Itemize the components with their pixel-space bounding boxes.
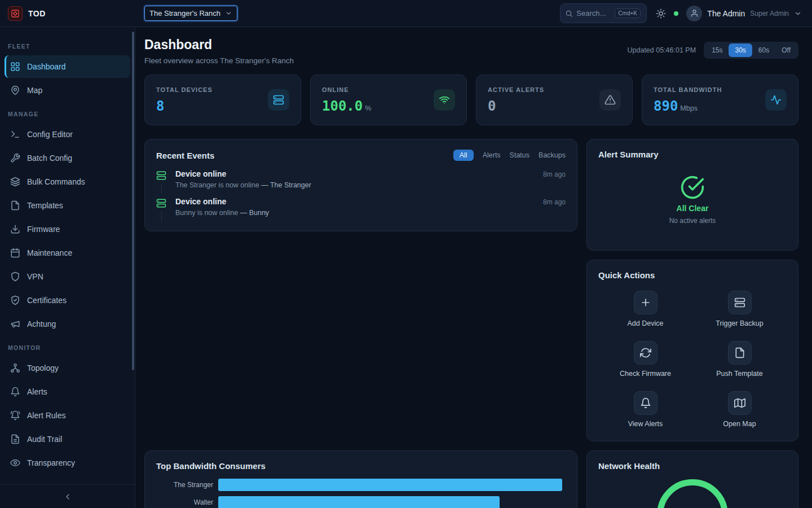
add-device-button[interactable]: Add Device <box>598 291 692 327</box>
bandwidth-bar <box>218 479 562 491</box>
bell-icon <box>640 397 651 409</box>
bandwidth-bar <box>218 496 500 508</box>
sidebar-item-templates[interactable]: Templates <box>5 194 130 217</box>
avatar <box>686 6 702 21</box>
search-icon <box>565 10 573 17</box>
event-message: Bunny is now online <box>175 209 238 217</box>
search-shortcut-badge: Cmd+K <box>615 8 641 18</box>
bandwidth-bar-chart: The Stranger Walter <box>156 479 566 508</box>
open-map-button[interactable]: Open Map <box>692 391 787 428</box>
alert-triangle-icon <box>599 89 621 111</box>
activity-icon <box>765 89 787 111</box>
sidebar-item-label: Certificates <box>27 296 67 305</box>
quick-actions-card: Quick Actions Add Device Trigger Backup … <box>586 260 798 441</box>
trigger-backup-button[interactable]: Trigger Backup <box>692 291 787 327</box>
stat-unit: Mbps <box>680 104 698 112</box>
recent-events-title: Recent Events <box>156 151 214 160</box>
sidebar-item-vpn[interactable]: VPN <box>5 265 130 288</box>
event-time: 8m ago <box>543 198 566 206</box>
check-circle-icon <box>680 175 705 200</box>
bandwidth-device-label: Walter <box>156 498 218 506</box>
stat-card-online: ONLINE 100.0 % <box>310 75 467 125</box>
quick-action-label: Add Device <box>628 319 664 327</box>
stat-label: TOTAL DEVICES <box>156 86 213 93</box>
sidebar-item-maintenance[interactable]: Maintenance <box>5 242 130 264</box>
server-icon <box>156 170 166 181</box>
sidebar-item-audit-trail[interactable]: Audit Trail <box>5 428 130 450</box>
check-firmware-button[interactable]: Check Firmware <box>598 341 692 378</box>
sidebar-item-map[interactable]: Map <box>5 79 130 102</box>
user-menu[interactable]: The Admin Super Admin <box>686 6 802 21</box>
stat-value: 890 <box>654 98 678 114</box>
sidebar-item-label: Dashboard <box>27 62 66 71</box>
sidebar-item-alert-rules[interactable]: Alert Rules <box>5 404 130 427</box>
sidebar-item-config-editor[interactable]: Config Editor <box>5 123 130 146</box>
event-message: The Stranger is now online <box>175 181 259 189</box>
filter-backups[interactable]: Backups <box>539 151 566 159</box>
sidebar-item-achtung[interactable]: Achtung <box>5 313 130 335</box>
bandwidth-device-label: The Stranger <box>156 481 218 489</box>
bandwidth-chart-title: Top Bandwidth Consumers <box>156 461 266 471</box>
megaphone-icon <box>10 319 20 329</box>
user-name: The Admin <box>707 9 745 18</box>
sidebar-item-label: Transparency <box>27 458 75 467</box>
chevron-down-icon <box>794 10 802 17</box>
timeline-connector <box>161 184 162 194</box>
sidebar-item-firmware[interactable]: Firmware <box>5 218 130 240</box>
filter-alerts[interactable]: Alerts <box>483 151 501 159</box>
refresh-icon <box>640 347 651 358</box>
sidebar-item-alerts[interactable]: Alerts <box>5 380 130 403</box>
sidebar-item-batch-config[interactable]: Batch Config <box>5 147 130 169</box>
quick-action-label: Trigger Backup <box>716 319 763 327</box>
eye-icon <box>10 458 20 468</box>
app-name: TOD <box>28 9 46 18</box>
push-template-button[interactable]: Push Template <box>692 341 787 378</box>
refresh-option-15s[interactable]: 15s <box>705 43 729 57</box>
wifi-icon <box>434 89 455 111</box>
fleet-selector[interactable]: The Stranger's Ranch <box>144 6 237 21</box>
sidebar-item-topology[interactable]: Topology <box>5 357 130 379</box>
sidebar-item-label: Alerts <box>27 387 47 396</box>
sidebar-item-label: Alert Rules <box>27 411 65 420</box>
event-title: Device online <box>175 197 226 206</box>
refresh-option-60s[interactable]: 60s <box>752 43 775 57</box>
sidebar-item-dashboard[interactable]: Dashboard <box>5 55 130 78</box>
event-device: — Bunny <box>240 209 269 217</box>
sidebar-scrollbar[interactable] <box>132 32 134 370</box>
stat-card-total-bandwidth: TOTAL BANDWIDTH 890 Mbps <box>642 75 798 125</box>
sidebar-section-fleet: FLEET <box>0 35 135 54</box>
server-icon <box>734 297 745 308</box>
stat-label: ONLINE <box>322 86 371 93</box>
stat-unit: % <box>365 104 371 112</box>
health-ring-gauge <box>657 479 728 508</box>
connection-status-dot <box>674 11 678 16</box>
bell-icon <box>10 387 20 397</box>
page-title: Dashboard <box>144 37 294 52</box>
main-content: Dashboard Fleet overview across The Stra… <box>135 27 812 508</box>
stat-value: 0 <box>488 98 496 114</box>
filter-status[interactable]: Status <box>510 151 529 159</box>
refresh-option-30s[interactable]: 30s <box>729 43 752 57</box>
sidebar-item-transparency[interactable]: Transparency <box>5 452 130 474</box>
filter-all[interactable]: All <box>453 150 474 161</box>
theme-toggle-button[interactable] <box>656 8 666 19</box>
updated-timestamp: Updated 05:46:01 PM <box>628 46 696 54</box>
sidebar-item-label: Batch Config <box>27 154 72 163</box>
quick-action-label: Open Map <box>723 420 756 428</box>
file-text-icon <box>10 434 20 444</box>
shield-check-icon <box>10 295 20 305</box>
sidebar-collapse-button[interactable] <box>0 484 135 508</box>
search-box[interactable]: Cmd+K <box>560 3 647 23</box>
bell-ring-icon <box>10 410 20 421</box>
sidebar-item-bulk-commands[interactable]: Bulk Commands <box>5 170 130 193</box>
server-icon <box>156 198 166 208</box>
stats-row: TOTAL DEVICES 8 ONLINE 100.0 % ACTIVE AL… <box>144 75 798 125</box>
search-input[interactable] <box>576 9 611 17</box>
timeline-connector <box>161 212 162 221</box>
stat-label: TOTAL BANDWIDTH <box>654 86 722 93</box>
alert-summary-card: Alert Summary All Clear No active alerts <box>586 139 798 251</box>
stat-value: 100.0 <box>322 98 363 114</box>
refresh-option-off[interactable]: Off <box>775 43 797 57</box>
sidebar-item-certificates[interactable]: Certificates <box>5 289 130 312</box>
view-alerts-button[interactable]: View Alerts <box>598 391 692 428</box>
